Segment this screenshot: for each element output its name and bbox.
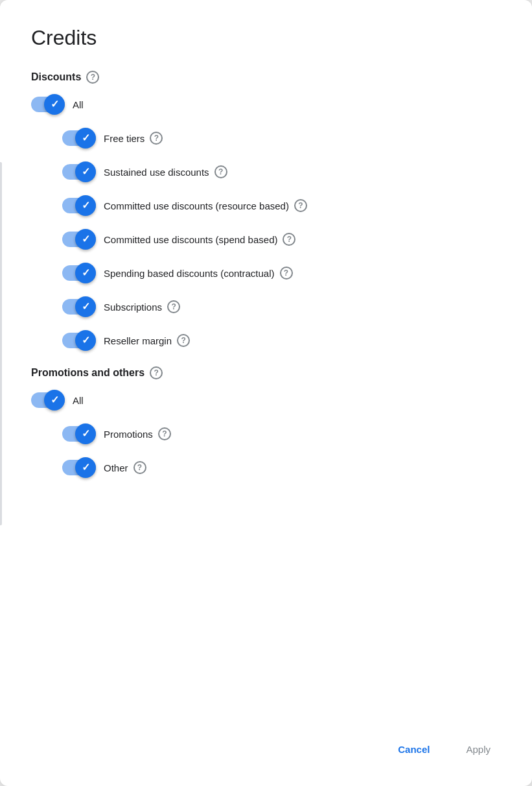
reseller-margin-help-icon[interactable]: ? [177, 334, 190, 347]
sustained-use-label: Sustained use discounts ? [104, 165, 227, 178]
committed-spend-thumb: ✓ [75, 229, 96, 250]
dialog-footer: Cancel Apply [31, 718, 501, 786]
subscriptions-help-icon[interactable]: ? [167, 300, 180, 313]
spending-contractual-toggle[interactable]: ✓ [62, 263, 96, 283]
committed-resource-row: ✓ Committed use discounts (resource base… [62, 195, 501, 216]
promotions-section-help-icon[interactable]: ? [150, 366, 163, 379]
left-border [0, 162, 2, 525]
committed-resource-check: ✓ [82, 200, 90, 211]
other-label: Other ? [104, 461, 146, 474]
discounts-help-icon[interactable]: ? [86, 71, 99, 84]
other-toggle[interactable]: ✓ [62, 457, 96, 478]
promotions-all-toggle[interactable]: ✓ [31, 390, 65, 411]
subscriptions-row: ✓ Subscriptions ? [62, 296, 501, 317]
committed-spend-label: Committed use discounts (spend based) ? [104, 233, 295, 246]
promotions-all-toggle-row: ✓ All [31, 390, 501, 411]
spending-contractual-thumb: ✓ [75, 263, 96, 283]
free-tiers-row: ✓ Free tiers ? [62, 128, 501, 149]
committed-spend-row: ✓ Committed use discounts (spend based) … [62, 229, 501, 250]
discounts-all-label: All [73, 99, 84, 110]
discounts-all-thumb: ✓ [44, 94, 65, 115]
free-tiers-toggle[interactable]: ✓ [62, 128, 96, 149]
committed-resource-thumb: ✓ [75, 195, 96, 216]
committed-spend-toggle[interactable]: ✓ [62, 229, 96, 250]
committed-spend-check: ✓ [82, 234, 90, 244]
promotions-title: Promotions and others [31, 367, 145, 379]
credits-dialog: Credits Discounts ? ✓ All ✓ Free tiers ? [0, 0, 532, 786]
free-tiers-label: Free tiers ? [104, 132, 163, 145]
sustained-use-row: ✓ Sustained use discounts ? [62, 161, 501, 182]
sustained-use-help-icon[interactable]: ? [214, 165, 227, 178]
spending-contractual-check: ✓ [82, 268, 90, 278]
subscriptions-check: ✓ [82, 302, 90, 312]
reseller-margin-toggle[interactable]: ✓ [62, 330, 96, 351]
dialog-title: Credits [31, 26, 501, 50]
promotions-thumb: ✓ [75, 423, 96, 444]
sustained-use-check: ✓ [82, 167, 90, 177]
discounts-all-toggle-row: ✓ All [31, 94, 501, 115]
committed-spend-help-icon[interactable]: ? [283, 233, 295, 246]
committed-resource-label: Committed use discounts (resource based)… [104, 199, 307, 212]
other-thumb: ✓ [75, 457, 96, 478]
promotions-all-thumb: ✓ [44, 390, 65, 411]
subscriptions-label: Subscriptions ? [104, 300, 180, 313]
discounts-section-header: Discounts ? [31, 71, 501, 84]
promotions-section: Promotions and others ? ✓ All ✓ Promoti [31, 366, 501, 491]
free-tiers-help-icon[interactable]: ? [150, 132, 163, 145]
other-row: ✓ Other ? [62, 457, 501, 478]
committed-resource-help-icon[interactable]: ? [294, 199, 307, 212]
cancel-button[interactable]: Cancel [387, 739, 440, 760]
spending-contractual-row: ✓ Spending based discounts (contractual)… [62, 263, 501, 283]
free-tiers-thumb: ✓ [75, 128, 96, 149]
promotions-row: ✓ Promotions ? [62, 423, 501, 444]
promotions-check: ✓ [82, 429, 90, 439]
promotions-label: Promotions ? [104, 427, 171, 440]
spending-contractual-label: Spending based discounts (contractual) ? [104, 267, 293, 280]
spending-contractual-help-icon[interactable]: ? [280, 267, 293, 280]
discounts-title: Discounts [31, 71, 81, 83]
promotions-all-label: All [73, 395, 84, 406]
promotions-toggle[interactable]: ✓ [62, 423, 96, 444]
sustained-use-toggle[interactable]: ✓ [62, 161, 96, 182]
reseller-margin-row: ✓ Reseller margin ? [62, 330, 501, 351]
free-tiers-check: ✓ [82, 133, 90, 143]
discounts-all-check: ✓ [51, 99, 59, 110]
subscriptions-toggle[interactable]: ✓ [62, 296, 96, 317]
sustained-use-thumb: ✓ [75, 161, 96, 182]
apply-button[interactable]: Apply [456, 739, 501, 760]
promotions-section-header: Promotions and others ? [31, 366, 501, 379]
other-help-icon[interactable]: ? [133, 461, 146, 474]
subscriptions-thumb: ✓ [75, 296, 96, 317]
reseller-margin-check: ✓ [82, 335, 90, 346]
discounts-all-toggle[interactable]: ✓ [31, 94, 65, 115]
reseller-margin-thumb: ✓ [75, 330, 96, 351]
promotions-all-check: ✓ [51, 395, 59, 405]
promotions-help-icon[interactable]: ? [158, 427, 171, 440]
reseller-margin-label: Reseller margin ? [104, 334, 190, 347]
other-check: ✓ [82, 462, 90, 473]
committed-resource-toggle[interactable]: ✓ [62, 195, 96, 216]
